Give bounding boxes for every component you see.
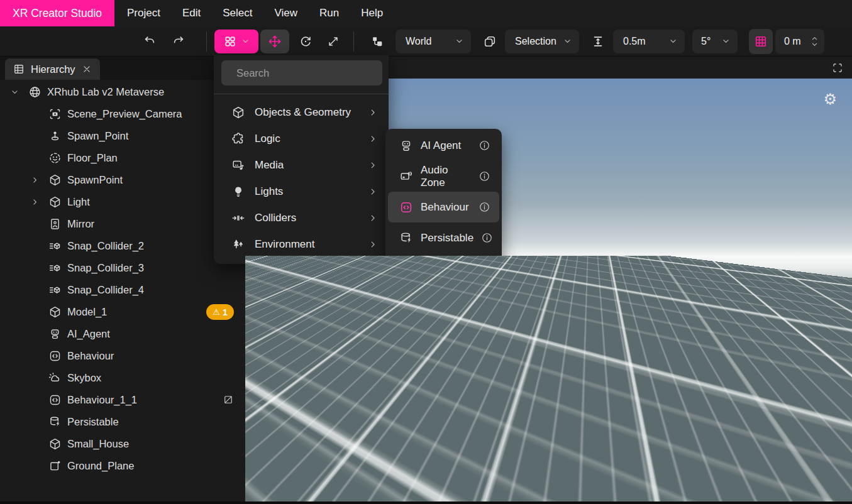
rotate-snap-value: 5°: [701, 36, 711, 47]
tree-item-label: Light: [67, 196, 90, 208]
tree-item-spawnpoint[interactable]: SpawnPoint: [0, 169, 245, 191]
tree-item-scene-preview-camera[interactable]: Scene_Preview_Camera: [0, 103, 245, 125]
chevron-right-icon[interactable]: [26, 174, 43, 187]
tree-item-ai-agent[interactable]: AI_Agent: [0, 323, 245, 345]
rotate-snap-dropdown[interactable]: 5°: [692, 30, 738, 53]
app-title[interactable]: XR Creator Studio: [0, 0, 114, 26]
menu-item-environment[interactable]: Environment: [214, 231, 389, 258]
tree-item-behaviour[interactable]: Behaviour: [0, 345, 245, 367]
grid-height-stepper[interactable]: 0 m: [775, 29, 824, 54]
submenu-item-behaviour[interactable]: Behaviour: [388, 192, 499, 222]
menu-item-lights[interactable]: Lights: [214, 178, 389, 205]
y-axis-label: Y: [797, 422, 803, 432]
menu-run[interactable]: Run: [314, 6, 344, 21]
menu-item-label: Environment: [255, 238, 314, 251]
tree-item-mirror[interactable]: Mirror: [0, 213, 245, 235]
panel-tab-bar: Hierarchy: [0, 57, 245, 80]
tree-item-xrhub-lab-v2-metaverse[interactable]: XRhub Lab v2 Metaverse: [0, 81, 245, 103]
tree-item-label: Scene_Preview_Camera: [67, 108, 182, 120]
tree-item-ground-plane[interactable]: Ground_Plane: [0, 455, 245, 477]
tree-item-snap-collider-4[interactable]: Snap_Collider_4: [0, 279, 245, 301]
tree-item-snap-collider-3[interactable]: Snap_Collider_3: [0, 257, 245, 279]
mouse-left-button-icon: [253, 479, 265, 496]
menu-item-colliders[interactable]: Colliders: [214, 205, 389, 231]
tab-hierarchy[interactable]: Hierarchy: [5, 58, 100, 80]
undo-button[interactable]: [140, 31, 160, 52]
search-input[interactable]: [235, 67, 376, 80]
z-axis-label: Z: [788, 449, 794, 459]
chevron-down-icon[interactable]: [6, 86, 23, 99]
viewport-control-label: Orbit: [270, 483, 289, 493]
menu-item-media[interactable]: Media: [214, 152, 389, 178]
menu-project[interactable]: Project: [122, 6, 165, 21]
menu-item-logic[interactable]: Logic: [214, 126, 389, 152]
close-icon[interactable]: [81, 63, 92, 75]
orientation-gizmo[interactable]: Y X Z: [762, 410, 838, 485]
move-snap-dropdown[interactable]: 0.5m: [613, 30, 685, 53]
x-axis-label: X: [820, 447, 826, 457]
viewport-settings-gear-icon[interactable]: ⚙: [823, 92, 837, 107]
info-icon[interactable]: [479, 140, 490, 151]
info-icon[interactable]: [479, 201, 490, 213]
snap-collider-icon: [48, 239, 62, 253]
stepper-arrows[interactable]: [811, 36, 818, 47]
fullscreen-icon[interactable]: [832, 62, 843, 74]
tree-item-behaviour-1-1[interactable]: Behaviour_1_1: [0, 389, 245, 411]
search-box[interactable]: [221, 60, 382, 85]
tree-item-light[interactable]: Light: [0, 191, 245, 213]
chevron-right-icon[interactable]: [26, 196, 43, 209]
tree-item-label: Snap_Collider_3: [67, 262, 144, 274]
menu-view[interactable]: View: [269, 6, 302, 21]
menu-edit[interactable]: Edit: [177, 6, 206, 21]
chevron-right-icon: [368, 214, 377, 222]
overlap-frames-icon: [483, 35, 497, 48]
submenu-item-asset[interactable]: Asset: [388, 253, 499, 284]
redo-button[interactable]: [169, 31, 189, 52]
menu-help[interactable]: Help: [356, 6, 388, 21]
tree-item-spawn-point[interactable]: Spawn_Point: [0, 125, 245, 147]
transform-space-dropdown[interactable]: World: [396, 30, 471, 53]
pivot-mode-dropdown[interactable]: Selection: [505, 30, 579, 53]
redo-icon: [172, 35, 185, 48]
viewport-control-orbit: Orbit: [253, 479, 289, 496]
audio-zone-icon: [399, 170, 413, 184]
frame-selection-button[interactable]: [480, 31, 500, 52]
tab-hierarchy-label: Hierarchy: [31, 63, 75, 75]
tree-item-snap-collider-2[interactable]: Snap_Collider_2: [0, 235, 245, 257]
grid-snap-button[interactable]: [749, 29, 773, 54]
menu-divider: [214, 94, 389, 94]
submenu-item-ai-agent[interactable]: AI Agent: [388, 130, 499, 161]
scale-icon: [326, 35, 340, 48]
snap-collider-icon: [48, 283, 62, 297]
rotate-tool-button[interactable]: [296, 31, 316, 52]
tree-item-label: Behaviour: [67, 350, 114, 362]
menu-item-objects-geometry[interactable]: Objects & Geometry: [214, 99, 389, 126]
light-icon: [231, 185, 245, 199]
submenu-item-audio-zone[interactable]: Audio Zone: [388, 161, 499, 192]
tree-item-model-1[interactable]: Model_1⚠1: [0, 301, 245, 323]
tree-item-small-house[interactable]: Small_House: [0, 433, 245, 455]
toolbar: World Selection 0.5m 5° 0 m: [0, 26, 852, 57]
app-window: XR Creator Studio Project Edit Select Vi…: [0, 0, 852, 504]
tree-item-persistable[interactable]: Persistable: [0, 411, 245, 433]
twisty-spacer: [26, 284, 43, 297]
submenu-item-persistable[interactable]: Persistable: [388, 222, 499, 253]
neg-y-ball: [794, 469, 805, 481]
tree-item-floor-plan[interactable]: Floor_Plan: [0, 147, 245, 169]
undo-icon: [143, 35, 157, 48]
move-tool-button[interactable]: [260, 30, 289, 53]
tree-item-skybox[interactable]: Skybox: [0, 367, 245, 389]
height-snap-button[interactable]: [588, 31, 608, 52]
info-icon[interactable]: [479, 170, 490, 182]
chevron-down-icon: [455, 37, 463, 45]
info-icon[interactable]: [481, 232, 493, 244]
menu-select[interactable]: Select: [218, 6, 257, 21]
add-object-button[interactable]: [214, 30, 258, 53]
info-icon[interactable]: [479, 263, 490, 275]
select-parent-button[interactable]: [367, 31, 388, 52]
bottom-strip: [0, 501, 852, 504]
scale-tool-button[interactable]: [323, 31, 343, 52]
twisty-spacer: [26, 262, 43, 275]
tree-item-label: Spawn_Point: [67, 130, 128, 142]
chevron-right-icon: [368, 187, 377, 196]
